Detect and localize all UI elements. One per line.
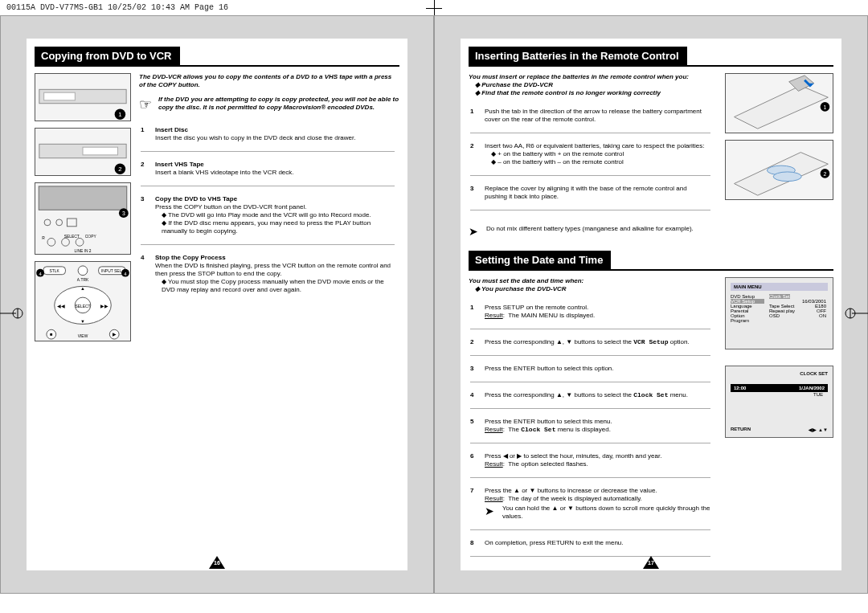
menu-item: Program <box>731 318 764 323</box>
step-sub: + on the battery with + on the remote co… <box>485 150 710 158</box>
step-head: Stop the Copy Process <box>155 254 395 262</box>
step-head: Insert VHS Tape <box>155 161 395 169</box>
clock-day: TUE <box>731 392 828 397</box>
svg-point-14 <box>47 238 55 246</box>
svg-rect-1 <box>44 92 76 100</box>
svg-text:▶▶: ▶▶ <box>100 304 108 309</box>
arrow-icon <box>469 225 478 239</box>
step-result: The day of the week is displayed automat… <box>508 495 642 502</box>
step-body: Insert the disc you wish to copy in the … <box>155 134 355 141</box>
svg-point-15 <box>62 238 70 246</box>
steps-table: 1Push the tab in the direction of the ar… <box>469 104 715 217</box>
step-body: Press the corresponding ▲, ▼ buttons to … <box>485 391 633 398</box>
intro-bullet: Find that the remote control is no longe… <box>469 89 715 97</box>
step-result: The option selected flashes. <box>508 460 588 468</box>
step-sub: You can hold the ▲ or ▼ buttons down to … <box>502 505 710 521</box>
svg-point-16 <box>76 238 84 246</box>
hand-icon <box>139 96 152 114</box>
figure-remote-open: 1 <box>725 73 833 133</box>
clock-screenshot: CLOCK SET 12:00 1/JAN/2002 TUE RETURN ◀▶… <box>725 366 833 438</box>
step-result: The MAIN MENU is displayed. <box>508 312 595 319</box>
text-column: You must insert or replace the batteries… <box>469 73 715 239</box>
step-body: When the DVD is finished playing, press … <box>155 262 391 277</box>
svg-rect-5 <box>83 147 118 155</box>
svg-point-23 <box>78 266 88 276</box>
svg-point-50 <box>773 172 801 182</box>
svg-text:VIEW: VIEW <box>78 334 88 338</box>
menu-header: MAIN MENU <box>731 283 828 291</box>
clock-title: CLOCK SET <box>731 371 828 376</box>
step-sub: – on the battery with – on the remote co… <box>485 158 710 166</box>
text-column: You must set the date and time when: You… <box>469 277 715 563</box>
clock-time: 12:00 <box>734 386 746 390</box>
figure-vhs-insert: 2 <box>35 128 131 176</box>
svg-text:LINE IN 2: LINE IN 2 <box>74 249 91 253</box>
step-sub: You must stop the Copy process manually … <box>155 278 395 294</box>
svg-point-9 <box>44 219 51 226</box>
steps-table: 1 Press SETUP on the remote control. Res… <box>469 300 715 563</box>
menu-screenshot: MAIN MENU DVD Setup VCR Setup Language P… <box>725 277 833 349</box>
step-body: Push the tab in the direction of the arr… <box>485 105 714 129</box>
svg-text:■: ■ <box>50 332 53 337</box>
menu-right: Clock Set <box>769 294 790 299</box>
svg-text:2: 2 <box>824 171 827 177</box>
svg-text:◀◀: ◀◀ <box>57 304 65 309</box>
figure-column: MAIN MENU DVD Setup VCR Setup Language P… <box>725 277 833 563</box>
svg-rect-8 <box>39 186 127 210</box>
step-body: Press the ENTER button to select this me… <box>485 418 612 425</box>
intro-text: The DVD-VCR allows you to copy the conte… <box>139 73 399 89</box>
clock-bar: 12:00 1/JAN/2002 <box>731 384 828 392</box>
svg-text:1: 1 <box>824 104 827 110</box>
step-body: Press the ENTER button to select this op… <box>485 362 714 378</box>
svg-marker-43 <box>735 86 829 129</box>
svg-text:COPY: COPY <box>85 235 97 239</box>
figure-column: 1 2 SELECTCOPYRLINE IN 23 STLK INPUT SEL… <box>35 73 131 341</box>
step-body: Press ◀ or ▶ to select the hour, minutes… <box>485 452 661 460</box>
mono-term: Clock Set <box>521 426 555 433</box>
figure-disc-insert: 1 <box>35 73 131 121</box>
steps-table: 1 Insert Disc Insert the disc you wish t… <box>139 122 399 300</box>
section-title: Setting the Date and Time <box>469 251 611 269</box>
step-sub: If the DVD disc menu appears, you may ne… <box>155 219 395 235</box>
svg-text:▼: ▼ <box>80 319 85 324</box>
svg-text:▶: ▶ <box>113 332 117 337</box>
step-body: Press the corresponding ▲, ▼ buttons to … <box>485 338 633 345</box>
figure-front-panel: SELECTCOPYRLINE IN 23 <box>35 182 131 255</box>
intro-bullet: You purchase the DVD-VCR <box>469 285 715 293</box>
warning-note: If the DVD you are attempting to copy is… <box>139 96 399 114</box>
text-column: The DVD-VCR allows you to copy the conte… <box>139 73 399 341</box>
step-body: Press SETUP on the remote control. <box>485 304 588 311</box>
figure-remote-batteries: 2 <box>725 140 833 200</box>
menu-val: ON <box>819 313 826 318</box>
left-page: GB Copying from DVD to VCR 1 2 SELECTCOP… <box>0 15 434 594</box>
step-body: Replace the cover by aligning it with th… <box>485 182 714 206</box>
step-head: Insert Disc <box>155 126 395 134</box>
page-number: 16 <box>209 556 225 569</box>
mono-term: Clock Set <box>633 391 668 398</box>
svg-point-10 <box>56 219 63 226</box>
mono-term: VCR Setup <box>633 338 668 345</box>
svg-text:STLK: STLK <box>50 269 60 273</box>
svg-rect-11 <box>67 219 76 227</box>
svg-text:3: 3 <box>122 210 125 216</box>
section-title: Copying from DVD to VCR <box>35 47 180 65</box>
clock-return: RETURN <box>731 427 751 432</box>
battery-note: Do not mix different battery types (mang… <box>469 225 715 239</box>
step-body: On completion, press RETURN to exit the … <box>485 537 714 552</box>
svg-text:SELECT: SELECT <box>75 304 90 309</box>
svg-text:R: R <box>42 236 45 240</box>
note-text: Do not mix different battery types (mang… <box>486 225 694 239</box>
registration-mark <box>844 305 868 325</box>
menu-right: OSD <box>769 313 780 318</box>
section-heading-row: Setting the Date and Time <box>469 251 833 271</box>
svg-text:2: 2 <box>118 166 121 173</box>
section-heading-row: Inserting Batteries in the Remote Contro… <box>469 47 833 67</box>
step-body: Insert a blank VHS videotape into the VC… <box>155 169 294 176</box>
clock-nav: ◀▶ ▲▼ <box>809 427 828 432</box>
section-heading-row: Copying from DVD to VCR <box>35 47 399 67</box>
right-page: GB Inserting Batteries in the Remote Con… <box>434 15 868 594</box>
page-number: 17 <box>643 556 659 569</box>
spread: GB Copying from DVD to VCR 1 2 SELECTCOP… <box>0 15 868 594</box>
intro-bullet: Purchase the DVD-VCR <box>469 81 715 89</box>
arrow-icon <box>485 505 494 521</box>
